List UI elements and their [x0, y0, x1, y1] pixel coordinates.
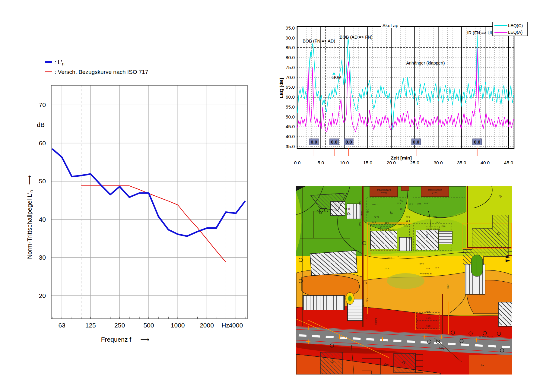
leq-time-chart: 35.040.045.050.055.060.065.070.075.080.0…: [279, 22, 528, 165]
svg-text:Einfamilienhaus: Einfamilienhaus: [376, 189, 391, 191]
svg-text:LKW: LKW: [332, 75, 341, 80]
svg-text:OG Bük. EG Terr.: OG Bük. EG Terr.: [380, 229, 394, 231]
svg-text:6.24: 6.24: [365, 280, 367, 284]
svg-text:Zugang: Zugang: [375, 318, 377, 324]
svg-text:OG Bük. EG Terr.: OG Bük. EG Terr.: [425, 228, 440, 230]
svg-text:0.02: 0.02: [404, 225, 408, 227]
svg-text:12.40: 12.40: [345, 208, 350, 210]
svg-text:12.40: 12.40: [372, 204, 378, 206]
svg-text:90.0: 90.0: [286, 35, 295, 40]
svg-text:60: 60: [39, 140, 46, 147]
svg-text:50: 50: [39, 178, 46, 185]
svg-text:7.90: 7.90: [436, 221, 440, 223]
svg-text:12.40: 12.40: [433, 216, 439, 218]
svg-text:0.0: 0.0: [474, 139, 481, 144]
svg-text:LEQ(A): LEQ(A): [508, 30, 522, 35]
svg-text:Haus 4: Haus 4: [380, 192, 387, 194]
svg-text:45.0: 45.0: [286, 124, 295, 129]
svg-text:85.0: 85.0: [286, 45, 295, 50]
svg-text:6.00: 6.00: [406, 216, 410, 218]
svg-text:45.0: 45.0: [504, 160, 513, 165]
svg-text:15.0: 15.0: [363, 160, 373, 165]
svg-text:250: 250: [114, 322, 125, 329]
svg-text:ST 5: ST 5: [426, 325, 430, 327]
svg-text:2.84: 2.84: [426, 311, 430, 313]
impact-sound-chart: 70605040302063125250500100020004000HzdBN…: [26, 59, 247, 343]
svg-text:80.0: 80.0: [286, 55, 295, 60]
svg-text:0.0: 0.0: [331, 139, 338, 144]
svg-text:Frequenz f⟶: Frequenz f⟶: [101, 336, 150, 343]
svg-text:3.00: 3.00: [409, 203, 413, 205]
svg-text:65.0: 65.0: [286, 84, 295, 90]
svg-text:12.40: 12.40: [374, 216, 379, 218]
svg-text:3.82: 3.82: [417, 203, 421, 205]
svg-text:9.095: 9.095: [386, 257, 392, 259]
series-LEQC: [297, 34, 514, 130]
svg-text:14 Stellplätze: 14 Stellplätze: [420, 272, 432, 275]
svg-text:20.0: 20.0: [387, 160, 396, 165]
svg-text:125: 125: [85, 322, 96, 329]
svg-text:ST 4: ST 4: [426, 317, 430, 319]
svg-text:6.00: 6.00: [426, 234, 428, 238]
svg-text:4000: 4000: [229, 322, 243, 329]
series-LEQA: [297, 48, 514, 132]
svg-text:55.0: 55.0: [286, 104, 295, 109]
svg-text:6.00: 6.00: [397, 202, 401, 204]
svg-text:95.0: 95.0: [286, 25, 295, 30]
svg-text:10.0: 10.0: [340, 160, 349, 165]
svg-text:500: 500: [143, 322, 154, 329]
svg-text:0.0: 0.0: [311, 139, 317, 144]
svg-text:: Versch. Bezugskurve nach ISO: : Versch. Bezugskurve nach ISO 717: [55, 69, 148, 75]
svg-text:35.0: 35.0: [457, 160, 466, 165]
svg-text:Hz: Hz: [221, 322, 229, 329]
svg-text:40.0: 40.0: [481, 160, 490, 165]
svg-text:: L'n: : L'n: [55, 59, 65, 66]
svg-text:ST: ST: [372, 245, 375, 247]
svg-text:7.90: 7.90: [385, 222, 389, 224]
svg-text:1.23 2.25: 1.23 2.25: [395, 223, 403, 226]
building-haus4: [370, 186, 398, 197]
svg-text:ST: ST: [400, 208, 402, 210]
svg-text:0.0: 0.0: [345, 139, 352, 144]
svg-text:4.00: 4.00: [367, 209, 369, 213]
svg-text:1.95: 1.95: [362, 303, 364, 307]
svg-text:IR (FN => UL): IR (FN => UL): [467, 30, 495, 35]
svg-text:Zeit [min]: Zeit [min]: [391, 155, 412, 160]
svg-text:60.0: 60.0: [286, 94, 295, 100]
svg-text:← DN 300 St: ← DN 300 St: [479, 335, 494, 338]
svg-text:16.46: 16.46: [360, 210, 363, 216]
svg-text:dB: dB: [37, 121, 45, 128]
svg-text:30.0: 30.0: [433, 160, 443, 165]
svg-text:70: 70: [39, 101, 46, 108]
svg-text:2.60: 2.60: [359, 201, 361, 205]
svg-text:11.13: 11.13: [365, 314, 367, 319]
svg-text:4.55: 4.55: [385, 267, 389, 270]
svg-text:BOB (FN => AD): BOB (FN => AD): [303, 39, 335, 43]
svg-text:LEQ [dB]: LEQ [dB]: [279, 78, 284, 98]
svg-text:4.80: 4.80: [366, 298, 368, 302]
svg-text:BOB (AD => FN): BOB (AD => FN): [340, 35, 373, 40]
svg-text:0.76: 0.76: [435, 267, 439, 269]
svg-text:K-UG: K-UG: [419, 263, 424, 265]
svg-text:0.02: 0.02: [441, 225, 445, 227]
svg-text:Anhänger (klappert): Anhänger (klappert): [406, 61, 445, 65]
svg-text:30: 30: [39, 254, 46, 261]
svg-text:70.0: 70.0: [286, 75, 295, 80]
svg-text:40: 40: [39, 216, 46, 223]
noise-map: EinfamilienhausHaus 4EinfamilienhausHaus…: [296, 186, 512, 375]
svg-text:35.0: 35.0: [286, 144, 295, 149]
svg-text:3.55: 3.55: [426, 267, 430, 270]
svg-text:2.25: 2.25: [406, 220, 410, 222]
svg-text:1000: 1000: [171, 322, 185, 329]
screenshot-root: 70605040302063125250500100020004000HzdBN…: [0, 0, 543, 392]
svg-text:LEQ(C): LEQ(C): [508, 23, 523, 28]
svg-text:25.0: 25.0: [410, 160, 420, 165]
building-haus3: [421, 186, 449, 197]
svg-text:63: 63: [58, 322, 65, 329]
svg-text:2.25: 2.25: [372, 221, 376, 223]
svg-text:2.60: 2.60: [359, 222, 361, 226]
svg-text:12.40: 12.40: [424, 202, 430, 204]
svg-text:50.0: 50.0: [286, 114, 295, 119]
svg-text:Haus 3: Haus 3: [432, 192, 438, 194]
svg-text:0.0: 0.0: [413, 139, 420, 144]
